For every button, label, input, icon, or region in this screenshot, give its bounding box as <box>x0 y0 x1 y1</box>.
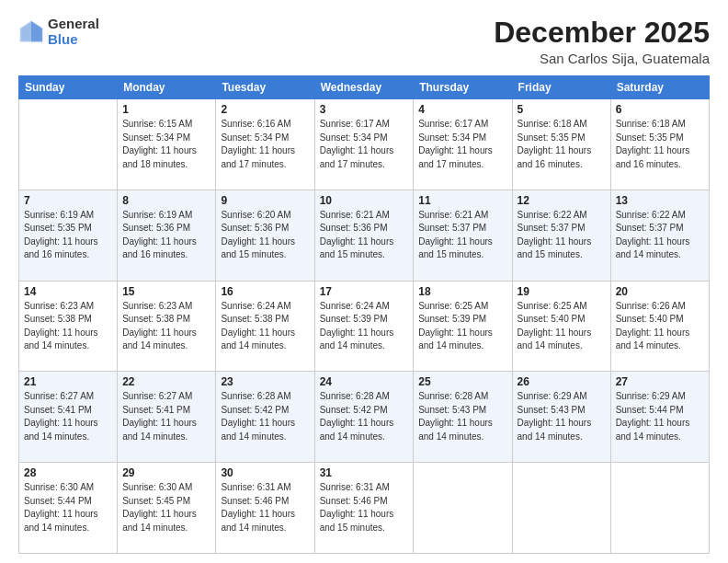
header: General Blue December 2025 San Carlos Si… <box>18 17 710 66</box>
day-number: 8 <box>122 194 210 207</box>
page: General Blue December 2025 San Carlos Si… <box>0 0 728 563</box>
day-info: Sunrise: 6:30 AM Sunset: 5:44 PM Dayligh… <box>24 481 112 534</box>
day-info: Sunrise: 6:29 AM Sunset: 5:43 PM Dayligh… <box>518 390 606 443</box>
day-info: Sunrise: 6:17 AM Sunset: 5:34 PM Dayligh… <box>320 118 409 171</box>
svg-marker-2 <box>20 20 31 41</box>
svg-marker-1 <box>31 20 42 41</box>
day-number: 31 <box>320 466 409 479</box>
day-number: 27 <box>616 375 704 388</box>
day-info: Sunrise: 6:24 AM Sunset: 5:39 PM Dayligh… <box>320 300 409 353</box>
day-info: Sunrise: 6:19 AM Sunset: 5:35 PM Dayligh… <box>24 209 112 262</box>
day-info: Sunrise: 6:15 AM Sunset: 5:34 PM Dayligh… <box>122 118 210 171</box>
calendar-cell <box>414 463 512 554</box>
calendar-cell: 16Sunrise: 6:24 AM Sunset: 5:38 PM Dayli… <box>216 281 314 372</box>
calendar-header-row: SundayMondayTuesdayWednesdayThursdayFrid… <box>19 76 710 99</box>
day-number: 19 <box>518 285 606 298</box>
day-number: 20 <box>616 285 704 298</box>
calendar-cell: 11Sunrise: 6:21 AM Sunset: 5:37 PM Dayli… <box>414 190 512 281</box>
logo-general: General <box>48 17 99 32</box>
day-number: 12 <box>518 194 606 207</box>
logo-icon <box>18 19 44 45</box>
day-info: Sunrise: 6:27 AM Sunset: 5:41 PM Dayligh… <box>24 390 112 443</box>
day-header-friday: Friday <box>512 76 610 99</box>
calendar-cell: 4Sunrise: 6:17 AM Sunset: 5:34 PM Daylig… <box>414 99 512 190</box>
day-info: Sunrise: 6:24 AM Sunset: 5:38 PM Dayligh… <box>221 300 309 353</box>
calendar-table: SundayMondayTuesdayWednesdayThursdayFrid… <box>18 75 710 554</box>
day-info: Sunrise: 6:26 AM Sunset: 5:40 PM Dayligh… <box>616 300 704 353</box>
calendar-cell: 13Sunrise: 6:22 AM Sunset: 5:37 PM Dayli… <box>610 190 709 281</box>
day-number: 16 <box>221 285 309 298</box>
day-number: 29 <box>122 466 210 479</box>
day-info: Sunrise: 6:20 AM Sunset: 5:36 PM Dayligh… <box>221 209 309 262</box>
day-info: Sunrise: 6:28 AM Sunset: 5:43 PM Dayligh… <box>418 390 506 443</box>
calendar-cell: 14Sunrise: 6:23 AM Sunset: 5:38 PM Dayli… <box>19 281 118 372</box>
day-number: 6 <box>616 103 704 116</box>
day-info: Sunrise: 6:23 AM Sunset: 5:38 PM Dayligh… <box>122 300 210 353</box>
calendar-cell: 6Sunrise: 6:18 AM Sunset: 5:35 PM Daylig… <box>610 99 709 190</box>
calendar-cell: 1Sunrise: 6:15 AM Sunset: 5:34 PM Daylig… <box>118 99 216 190</box>
day-number: 9 <box>221 194 309 207</box>
day-number: 14 <box>24 285 112 298</box>
day-number: 18 <box>418 285 506 298</box>
day-info: Sunrise: 6:31 AM Sunset: 5:46 PM Dayligh… <box>320 481 409 534</box>
calendar-cell: 8Sunrise: 6:19 AM Sunset: 5:36 PM Daylig… <box>118 190 216 281</box>
day-number: 10 <box>320 194 409 207</box>
day-number: 4 <box>418 103 506 116</box>
day-info: Sunrise: 6:25 AM Sunset: 5:40 PM Dayligh… <box>518 300 606 353</box>
calendar-cell: 9Sunrise: 6:20 AM Sunset: 5:36 PM Daylig… <box>216 190 314 281</box>
day-number: 2 <box>221 103 309 116</box>
day-number: 17 <box>320 285 409 298</box>
day-info: Sunrise: 6:22 AM Sunset: 5:37 PM Dayligh… <box>616 209 704 262</box>
logo: General Blue <box>18 17 99 47</box>
calendar-cell: 22Sunrise: 6:27 AM Sunset: 5:41 PM Dayli… <box>118 372 216 463</box>
day-info: Sunrise: 6:28 AM Sunset: 5:42 PM Dayligh… <box>221 390 309 443</box>
calendar-cell: 12Sunrise: 6:22 AM Sunset: 5:37 PM Dayli… <box>512 190 610 281</box>
calendar-cell: 31Sunrise: 6:31 AM Sunset: 5:46 PM Dayli… <box>314 463 414 554</box>
day-number: 30 <box>221 466 309 479</box>
calendar-cell: 30Sunrise: 6:31 AM Sunset: 5:46 PM Dayli… <box>216 463 314 554</box>
day-info: Sunrise: 6:21 AM Sunset: 5:36 PM Dayligh… <box>320 209 409 262</box>
logo-text: General Blue <box>48 17 99 47</box>
calendar-cell: 5Sunrise: 6:18 AM Sunset: 5:35 PM Daylig… <box>512 99 610 190</box>
calendar-cell: 25Sunrise: 6:28 AM Sunset: 5:43 PM Dayli… <box>414 372 512 463</box>
day-info: Sunrise: 6:19 AM Sunset: 5:36 PM Dayligh… <box>122 209 210 262</box>
day-header-sunday: Sunday <box>19 76 118 99</box>
day-number: 28 <box>24 466 112 479</box>
calendar-cell: 29Sunrise: 6:30 AM Sunset: 5:45 PM Dayli… <box>118 463 216 554</box>
day-number: 21 <box>24 375 112 388</box>
day-header-tuesday: Tuesday <box>216 76 314 99</box>
calendar-cell: 24Sunrise: 6:28 AM Sunset: 5:42 PM Dayli… <box>314 372 414 463</box>
day-number: 13 <box>616 194 704 207</box>
calendar-cell: 7Sunrise: 6:19 AM Sunset: 5:35 PM Daylig… <box>19 190 118 281</box>
month-title: December 2025 <box>494 17 710 49</box>
day-number: 5 <box>518 103 606 116</box>
calendar-cell: 18Sunrise: 6:25 AM Sunset: 5:39 PM Dayli… <box>414 281 512 372</box>
calendar-cell: 28Sunrise: 6:30 AM Sunset: 5:44 PM Dayli… <box>19 463 118 554</box>
logo-blue: Blue <box>48 32 99 48</box>
day-header-wednesday: Wednesday <box>314 76 414 99</box>
day-info: Sunrise: 6:25 AM Sunset: 5:39 PM Dayligh… <box>418 300 506 353</box>
day-info: Sunrise: 6:22 AM Sunset: 5:37 PM Dayligh… <box>518 209 606 262</box>
day-info: Sunrise: 6:16 AM Sunset: 5:34 PM Dayligh… <box>221 118 309 171</box>
calendar-cell: 27Sunrise: 6:29 AM Sunset: 5:44 PM Dayli… <box>610 372 709 463</box>
day-header-saturday: Saturday <box>610 76 709 99</box>
day-info: Sunrise: 6:28 AM Sunset: 5:42 PM Dayligh… <box>320 390 409 443</box>
title-block: December 2025 San Carlos Sija, Guatemala <box>494 17 710 66</box>
calendar-week-5: 28Sunrise: 6:30 AM Sunset: 5:44 PM Dayli… <box>19 463 710 554</box>
day-header-thursday: Thursday <box>414 76 512 99</box>
day-info: Sunrise: 6:17 AM Sunset: 5:34 PM Dayligh… <box>418 118 506 171</box>
calendar-cell: 3Sunrise: 6:17 AM Sunset: 5:34 PM Daylig… <box>314 99 414 190</box>
day-number: 7 <box>24 194 112 207</box>
day-number: 24 <box>320 375 409 388</box>
day-info: Sunrise: 6:21 AM Sunset: 5:37 PM Dayligh… <box>418 209 506 262</box>
calendar-week-3: 14Sunrise: 6:23 AM Sunset: 5:38 PM Dayli… <box>19 281 710 372</box>
calendar-cell: 10Sunrise: 6:21 AM Sunset: 5:36 PM Dayli… <box>314 190 414 281</box>
calendar-cell: 19Sunrise: 6:25 AM Sunset: 5:40 PM Dayli… <box>512 281 610 372</box>
calendar-cell <box>19 99 118 190</box>
day-header-monday: Monday <box>118 76 216 99</box>
day-number: 3 <box>320 103 409 116</box>
day-number: 23 <box>221 375 309 388</box>
calendar-week-1: 1Sunrise: 6:15 AM Sunset: 5:34 PM Daylig… <box>19 99 710 190</box>
calendar-cell: 17Sunrise: 6:24 AM Sunset: 5:39 PM Dayli… <box>314 281 414 372</box>
calendar-cell <box>512 463 610 554</box>
